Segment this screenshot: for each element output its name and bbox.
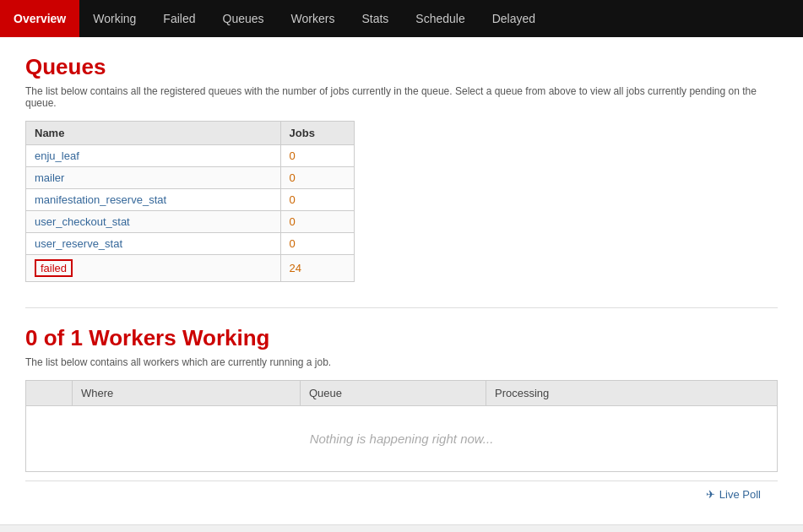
queue-name-link[interactable]: user_reserve_stat — [35, 237, 122, 250]
nav-workers[interactable]: Workers — [278, 0, 349, 37]
queue-name-cell: user_reserve_stat — [26, 233, 281, 255]
queue-jobs-cell: 0 — [280, 145, 354, 167]
workers-description: The list below contains all workers whic… — [25, 356, 778, 368]
queue-name-link[interactable]: user_checkout_stat — [35, 215, 130, 228]
col-header-jobs: Jobs — [280, 122, 354, 145]
workers-title: 0 of 1 Workers Working — [25, 325, 778, 351]
table-row: manifestation_reserve_stat 0 — [26, 189, 355, 211]
queue-jobs-cell: 0 — [280, 233, 354, 255]
queue-name-cell: enju_leaf — [26, 145, 281, 167]
workers-table: Where Queue Processing Nothing is happen… — [25, 380, 778, 472]
queue-name-link[interactable]: mailer — [35, 171, 64, 184]
queues-table: Name Jobs enju_leaf 0 mailer 0 manifesta… — [25, 121, 355, 282]
live-poll-link[interactable]: ✈ Live Poll — [706, 488, 761, 501]
nav-failed[interactable]: Failed — [149, 0, 209, 37]
failed-table-row: failed 24 — [26, 255, 355, 282]
nav-stats[interactable]: Stats — [348, 0, 402, 37]
queues-description: The list below contains all the register… — [25, 85, 778, 109]
empty-workers-row: Nothing is happening right now... — [26, 406, 778, 472]
live-poll-icon: ✈ — [706, 488, 715, 501]
empty-workers-message: Nothing is happening right now... — [26, 406, 778, 472]
col-header-queue: Queue — [301, 381, 486, 406]
col-header-processing: Processing — [486, 381, 778, 406]
queue-name-cell: user_checkout_stat — [26, 211, 281, 233]
queue-jobs-cell: 0 — [280, 189, 354, 211]
nav-working[interactable]: Working — [79, 0, 149, 37]
queue-jobs-cell: 0 — [280, 167, 354, 189]
table-row: enju_leaf 0 — [26, 145, 355, 167]
nav-delayed[interactable]: Delayed — [479, 0, 549, 37]
live-poll-label: Live Poll — [719, 488, 761, 501]
queue-name-link[interactable]: manifestation_reserve_stat — [35, 193, 166, 206]
failed-link[interactable]: failed — [35, 259, 73, 277]
col-header-num — [26, 381, 73, 406]
failed-name-cell: failed — [26, 255, 281, 282]
nav-overview[interactable]: Overview — [0, 0, 79, 37]
footer: Powered by Resque v1.25.2 Connected to R… — [0, 524, 803, 532]
queue-name-cell: mailer — [26, 167, 281, 189]
queues-title: Queues — [25, 54, 778, 80]
nav-schedule[interactable]: Schedule — [402, 0, 478, 37]
col-header-where: Where — [73, 381, 301, 406]
table-row: user_reserve_stat 0 — [26, 233, 355, 255]
queue-name-cell: manifestation_reserve_stat — [26, 189, 281, 211]
live-poll-bar: ✈ Live Poll — [25, 480, 778, 508]
col-header-name: Name — [26, 122, 281, 145]
queue-jobs-cell: 0 — [280, 211, 354, 233]
main-nav: Overview Working Failed Queues Workers S… — [0, 0, 803, 37]
table-row: user_checkout_stat 0 — [26, 211, 355, 233]
nav-queues[interactable]: Queues — [209, 0, 278, 37]
failed-jobs-cell: 24 — [280, 255, 354, 282]
queue-name-link[interactable]: enju_leaf — [35, 149, 79, 162]
table-row: mailer 0 — [26, 167, 355, 189]
